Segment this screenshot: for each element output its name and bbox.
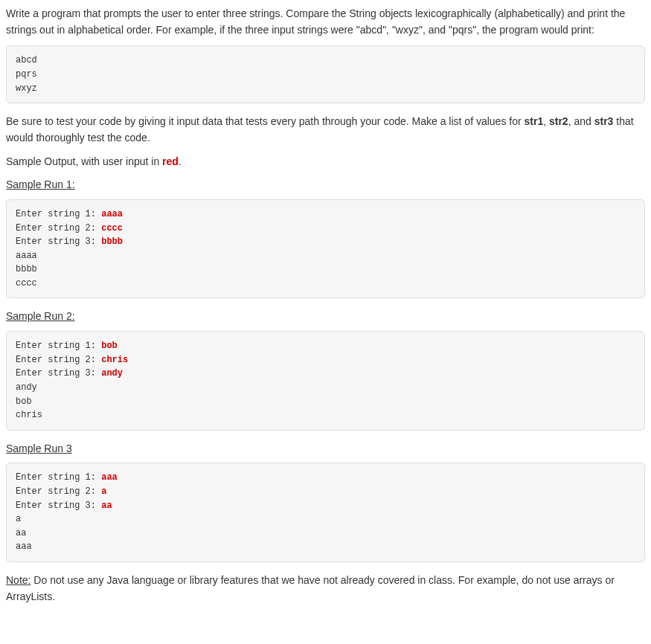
r2-l2-input: chris [101,355,128,365]
r3-o1: a [16,514,21,524]
example-output-block: abcd pqrs wxyz [6,45,645,103]
r3-l1-prompt: Enter string 1: [16,472,101,483]
r1-l2-prompt: Enter string 2: [16,223,101,234]
r3-l2-input: a [101,486,106,497]
note-paragraph: Note: Do not use any Java language or li… [6,573,645,605]
r1-l3-input: bbbb [101,236,123,247]
sample-run-1-block: Enter string 1: aaaa Enter string 2: ccc… [6,199,645,299]
sample-run-2-block: Enter string 1: bob Enter string 2: chri… [6,331,645,431]
r3-o2: aa [16,528,26,538]
sample-run-3-title: Sample Run 3 [6,441,645,457]
note-label: Note: [6,574,31,586]
r2-l1-prompt: Enter string 1: [16,341,101,351]
sample-output-prefix: Sample Output, with user input in [6,155,162,167]
r3-o3: aaa [16,541,32,552]
str2-label: str2 [549,115,568,127]
sample-output-suffix: . [179,155,182,167]
r3-l2-prompt: Enter string 2: [16,486,101,497]
sample-run-1-title: Sample Run 1: [6,177,645,193]
r1-l3-prompt: Enter string 3: [16,236,101,247]
sample-output-red: red [162,155,179,167]
test-note-paragraph: Be sure to test your code by giving it i… [6,114,645,146]
r3-l3-input: aa [101,500,112,511]
r2-l1-input: bob [101,341,118,351]
test-note-part1: Be sure to test your code by giving it i… [6,115,525,127]
r2-o1: andy [16,382,37,393]
r2-l3-input: andy [101,368,123,379]
r1-l2-input: cccc [101,223,123,234]
r2-l3-prompt: Enter string 3: [16,368,101,379]
r2-o2: bob [16,396,32,407]
r1-l1-prompt: Enter string 1: [16,209,101,219]
str3-label: str3 [594,115,614,127]
r1-o1: aaaa [16,251,37,261]
r3-l1-input: aaa [101,472,118,483]
r1-o2: bbbb [16,264,37,274]
r2-o3: chris [16,410,42,420]
r2-l2-prompt: Enter string 2: [16,355,101,365]
test-note-comma1: , [543,115,549,127]
test-note-comma2: , and [568,115,594,127]
str1-label: str1 [525,115,544,127]
intro-paragraph: Write a program that prompts the user to… [6,6,645,38]
r1-o3: cccc [16,278,37,289]
sample-output-label: Sample Output, with user input in red. [6,154,645,170]
r3-l3-prompt: Enter string 3: [16,500,101,511]
r1-l1-input: aaaa [101,209,123,219]
sample-run-3-block: Enter string 1: aaa Enter string 2: a En… [6,463,645,562]
sample-run-2-title: Sample Run 2: [6,309,645,325]
note-text: Do not use any Java language or library … [6,574,615,602]
